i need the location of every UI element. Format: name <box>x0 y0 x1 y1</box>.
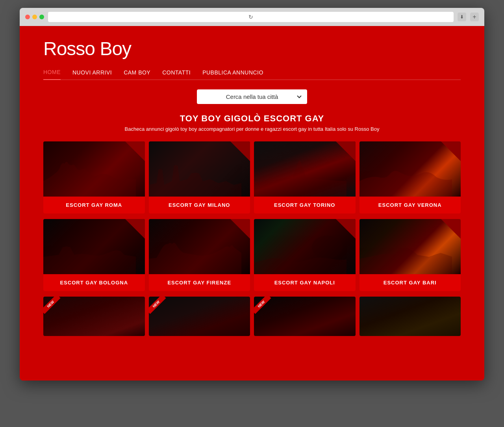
card-image-firenze <box>149 219 250 274</box>
card-firenze[interactable]: ESCORT GAY FIRENZE <box>149 219 250 291</box>
download-button[interactable]: ⬇ <box>458 13 466 21</box>
site-content: Rosso Boy HOME NUOVI ARRIVI CAM BOY CONT… <box>20 26 484 381</box>
card-roma[interactable]: ESCORT GAY ROMA <box>43 141 145 214</box>
site-title: Rosso Boy <box>43 38 461 59</box>
card-label-napoli: ESCORT GAY NAPOLI <box>254 274 356 291</box>
card-image-milano <box>149 141 250 197</box>
torino-silhouette <box>254 158 346 197</box>
section-title: TOY BOY GIGOLÒ ESCORT GAY <box>43 113 461 124</box>
city-cards-row-2: ESCORT GAY BOLOGNA ESCORT GAY FIRENZE <box>43 219 461 291</box>
new-tab-button[interactable]: + <box>470 13 479 21</box>
milano-silhouette <box>149 158 241 197</box>
browser-chrome: ↻ ⬇ + <box>20 8 484 26</box>
refresh-icon[interactable]: ↻ <box>248 14 253 20</box>
person-card-3[interactable] <box>254 297 356 336</box>
card-image-napoli <box>254 219 356 274</box>
bari-silhouette <box>359 236 452 274</box>
card-label-firenze: ESCORT GAY FIRENZE <box>149 274 250 291</box>
roma-silhouette <box>43 158 136 197</box>
person-card-4[interactable] <box>359 297 461 336</box>
city-search-select[interactable]: Cerca nella tua città Roma Milano Torino… <box>197 89 307 104</box>
card-label-torino: ESCORT GAY TORINO <box>254 197 356 214</box>
person-cards-row <box>43 297 461 336</box>
bologna-silhouette <box>43 236 136 274</box>
card-bologna[interactable]: ESCORT GAY BOLOGNA <box>43 219 145 291</box>
new-badge-2 <box>149 297 169 316</box>
card-bari[interactable]: ESCORT GAY BARI <box>359 219 461 291</box>
nav-item-pubblica-annuncio[interactable]: PUBBLICA ANNUNCIO <box>202 69 263 76</box>
card-label-bari: ESCORT GAY BARI <box>359 274 461 291</box>
card-label-verona: ESCORT GAY VERONA <box>359 197 461 214</box>
new-badge-3 <box>254 297 274 316</box>
card-torino[interactable]: ESCORT GAY TORINO <box>254 141 356 214</box>
minimize-button[interactable] <box>32 15 37 19</box>
browser-window: ↻ ⬇ + Rosso Boy HOME NUOVI ARRIVI CAM BO… <box>20 8 484 381</box>
napoli-silhouette <box>254 236 346 274</box>
nav-item-nuovi-arrivi[interactable]: NUOVI ARRIVI <box>72 69 112 76</box>
card-milano[interactable]: ESCORT GAY MILANO <box>149 141 250 214</box>
card-image-torino <box>254 141 356 197</box>
nav-item-home[interactable]: HOME <box>43 69 61 80</box>
card-napoli[interactable]: ESCORT GAY NAPOLI <box>254 219 356 291</box>
section-subtitle: Bacheca annunci gigolò toy boy accompagn… <box>43 126 461 132</box>
card-label-bologna: ESCORT GAY BOLOGNA <box>43 274 145 291</box>
card-label-milano: ESCORT GAY MILANO <box>149 197 250 214</box>
fullscreen-button[interactable] <box>39 15 44 19</box>
card-image-bologna <box>43 219 145 274</box>
search-container: Cerca nella tua città Roma Milano Torino… <box>43 89 461 104</box>
person-card-1[interactable] <box>43 297 145 336</box>
card-image-verona <box>359 141 461 197</box>
nav-item-contatti[interactable]: CONTATTI <box>162 69 191 76</box>
traffic-lights <box>25 15 44 19</box>
firenze-silhouette <box>149 236 241 274</box>
person-card-2[interactable] <box>149 297 250 336</box>
card-label-roma: ESCORT GAY ROMA <box>43 197 145 214</box>
city-cards-row-1: ESCORT GAY ROMA ESCORT GAY MILANO <box>43 141 461 214</box>
card-verona[interactable]: ESCORT GAY VERONA <box>359 141 461 214</box>
card-image-bari <box>359 219 461 274</box>
verona-silhouette <box>359 158 452 197</box>
nav-item-cam-boy[interactable]: CAM BOY <box>124 69 150 76</box>
new-badge-1 <box>43 297 63 316</box>
navigation: HOME NUOVI ARRIVI CAM BOY CONTATTI PUBBL… <box>43 69 461 80</box>
close-button[interactable] <box>25 15 30 19</box>
card-image-roma <box>43 141 145 197</box>
address-bar[interactable]: ↻ <box>48 12 454 22</box>
svg-point-0 <box>312 236 343 259</box>
